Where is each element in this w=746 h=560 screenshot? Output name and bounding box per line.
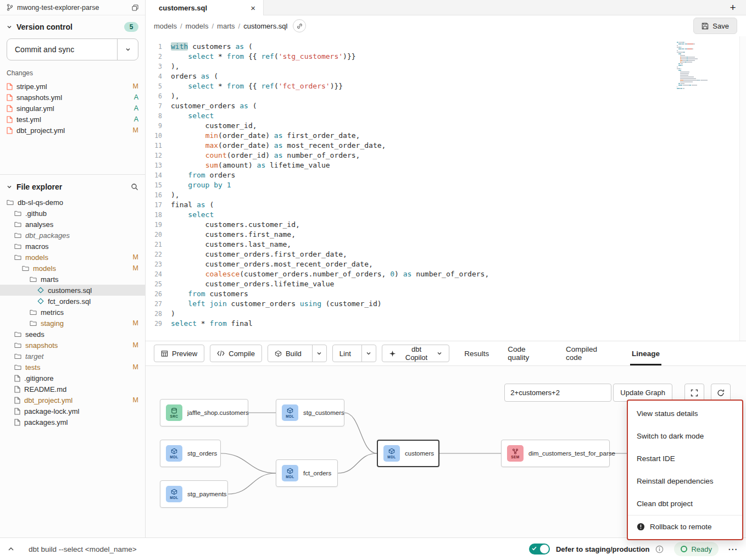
tree-item-name: analyses <box>25 220 138 229</box>
build-options-chevron[interactable] <box>312 345 326 362</box>
dbt-copilot-button[interactable]: dbt Copilot <box>382 345 449 362</box>
lineage-node-stg-orders[interactable]: MDLstg_orders <box>160 440 221 467</box>
tree-item-tests[interactable]: testsM <box>0 362 145 373</box>
version-control-section: Version control 5 Commit and sync Change… <box>0 15 145 175</box>
sem-node-icon: SEM <box>507 445 524 462</box>
tree-item-staging[interactable]: stagingM <box>0 318 145 329</box>
tree-item-seeds[interactable]: seeds <box>0 329 145 340</box>
cli-command[interactable]: dbt build --select <model_name> <box>29 545 137 553</box>
branch-bar: mwong-test-explorer-parse <box>0 0 145 15</box>
line-number: 5 <box>146 81 171 91</box>
tree-item-snapshots[interactable]: snapshotsM <box>0 340 145 351</box>
code-line: 2 select * from {{ ref('stg_customers')}… <box>146 52 746 62</box>
node-label: dim_customers_test_for_parse <box>528 450 615 457</box>
breadcrumb-item-models[interactable]: models <box>154 22 177 30</box>
save-button[interactable]: Save <box>693 18 737 34</box>
info-icon[interactable] <box>655 545 664 553</box>
change-row-test-yml[interactable]: test.ymlA <box>0 114 145 125</box>
status-badge-M: M <box>133 363 138 371</box>
editor-tab-customers[interactable]: customers.sql × <box>146 0 264 15</box>
lineage-node-dim-customers-test-for-parse[interactable]: SEMdim_customers_test_for_parse <box>501 440 610 467</box>
lineage-node-stg-customers[interactable]: MDLstg_customers <box>276 399 344 426</box>
lineage-node-stg-payments[interactable]: MDLstg_payments <box>160 480 228 508</box>
ready-label: Ready <box>691 545 712 553</box>
tree-item-package-lock-yml[interactable]: package-lock.yml <box>0 406 145 417</box>
tree-item-models[interactable]: modelsM <box>0 263 145 274</box>
tree-item-macros[interactable]: macros <box>0 241 145 252</box>
search-icon[interactable] <box>131 183 138 191</box>
compile-button[interactable]: Compile <box>210 345 262 362</box>
copy-branch-icon[interactable] <box>132 4 138 11</box>
tree-item-metrics[interactable]: metrics <box>0 307 145 318</box>
tree-item-github[interactable]: .github <box>0 208 145 219</box>
code-line: 24 coalesce(customer_orders.number_of_or… <box>146 269 746 279</box>
tree-item-marts[interactable]: marts <box>0 274 145 285</box>
code-line: 29select * from final <box>146 319 746 329</box>
tree-item-target[interactable]: target <box>0 351 145 362</box>
code-text: customers.last_name, <box>171 240 291 249</box>
lineage-node-jaffle-shop-customers[interactable]: SRCjaffle_shop.customers <box>160 399 248 426</box>
change-row-dbt-project-yml[interactable]: dbt_project.ymlM <box>0 125 145 136</box>
change-row-singular-yml[interactable]: singular.ymlA <box>0 103 145 114</box>
lineage-node-customers[interactable]: MDLcustomers <box>377 440 439 467</box>
code-text: left join customer_orders using (custome… <box>171 299 382 309</box>
minimap[interactable] <box>677 42 709 89</box>
open-link-icon[interactable] <box>293 19 306 32</box>
menu-item-clean-dbt-project[interactable]: Clean dbt project <box>628 492 742 515</box>
lint-options-chevron[interactable] <box>361 345 376 362</box>
tab-lineage[interactable]: Lineage <box>622 341 669 365</box>
breadcrumb-separator: / <box>238 22 241 30</box>
file-explorer-header[interactable]: File explorer <box>0 182 145 191</box>
lineage-selector-input[interactable] <box>504 384 611 402</box>
tab-compiled-code[interactable]: Compiled code <box>556 341 622 365</box>
tree-item-name: models <box>25 253 129 262</box>
breadcrumb-item-models[interactable]: models <box>186 22 209 30</box>
new-tab-button[interactable]: + <box>720 0 746 15</box>
change-row-stripe-yml[interactable]: stripe.ymlM <box>0 81 145 92</box>
tree-item-customers-sql[interactable]: customers.sql <box>0 285 145 296</box>
menu-item-rollback-to-remote[interactable]: Rollback to remote <box>628 515 742 537</box>
tree-item-db-sl-qs-demo[interactable]: db-sl-qs-demo <box>0 197 145 208</box>
tree-item-gitignore[interactable]: .gitignore <box>0 373 145 384</box>
folder-icon <box>14 254 21 260</box>
chevron-up-icon[interactable] <box>8 547 14 551</box>
code-text: with customers as ( <box>171 42 253 52</box>
tab-code-quality[interactable]: Code quality <box>498 341 556 365</box>
code-text: max(order_date) as most_recent_order_dat… <box>171 141 386 151</box>
tree-item-packages-yml[interactable]: packages.yml <box>0 417 145 428</box>
tree-item-fct-orders-sql[interactable]: fct_orders.sql <box>0 296 145 307</box>
change-row-snapshots-yml[interactable]: snapshots.ymlA <box>0 92 145 103</box>
version-control-header[interactable]: Version control 5 <box>0 22 145 32</box>
lineage-node-fct-orders[interactable]: MDLfct_orders <box>276 459 338 487</box>
tree-item-dbt-project-yml[interactable]: dbt_project.ymlM <box>0 395 145 406</box>
code-line: 27 left join customer_orders using (cust… <box>146 299 746 309</box>
line-number: 10 <box>146 131 171 141</box>
build-button[interactable]: Build <box>268 345 327 362</box>
menu-item-view-status-details[interactable]: View status details <box>628 402 742 425</box>
tree-item-analyses[interactable]: analyses <box>0 219 145 230</box>
commit-options-chevron[interactable] <box>117 39 138 60</box>
dbt-ide-window: mwong-test-explorer-parse Version contro… <box>0 0 746 560</box>
branch-name[interactable]: mwong-test-explorer-parse <box>17 4 128 12</box>
more-options-button[interactable]: ⋯ <box>728 544 738 555</box>
tree-item-models[interactable]: modelsM <box>0 252 145 263</box>
tab-results[interactable]: Results <box>455 341 498 365</box>
menu-item-reinstall-dependencies[interactable]: Reinstall dependencies <box>628 470 742 492</box>
tree-item-readme-md[interactable]: README.md <box>0 384 145 395</box>
code-editor[interactable]: 1with customers as (2 select * from {{ r… <box>146 36 746 341</box>
tree-item-dbt-packages[interactable]: dbt_packages <box>0 230 145 241</box>
preview-button[interactable]: Preview <box>154 345 204 362</box>
code-line: 23 customer_orders.most_recent_order_dat… <box>146 259 746 269</box>
menu-item-restart-ide[interactable]: Restart IDE <box>628 447 742 470</box>
build-cube-icon <box>275 350 282 357</box>
line-number: 1 <box>146 42 171 52</box>
breadcrumb-item-customers-sql[interactable]: customers.sql <box>243 22 287 30</box>
folder-icon <box>14 331 21 337</box>
menu-item-switch-to-dark-mode[interactable]: Switch to dark mode <box>628 425 742 447</box>
commit-and-sync-button[interactable]: Commit and sync <box>7 38 138 60</box>
close-tab-icon[interactable]: × <box>250 3 255 13</box>
defer-toggle[interactable] <box>529 544 550 555</box>
lint-button[interactable]: Lint <box>332 345 376 362</box>
breadcrumb-item-marts[interactable]: marts <box>217 22 235 30</box>
status-badge-M: M <box>133 264 138 272</box>
